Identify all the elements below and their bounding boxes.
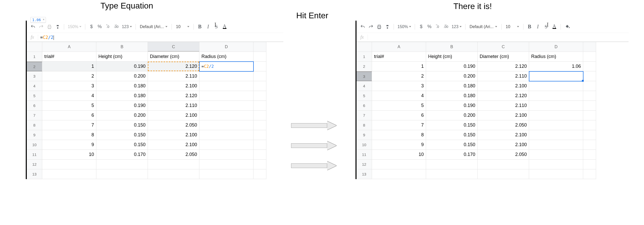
cell-A8[interactable]: 7 xyxy=(372,120,426,130)
cell-C13[interactable] xyxy=(148,169,199,179)
row-header-1[interactable]: 1 xyxy=(357,52,372,62)
cell-C5[interactable]: 2.120 xyxy=(478,91,529,101)
cell-C2[interactable]: 2.120 xyxy=(148,62,199,71)
undo-icon[interactable] xyxy=(359,23,366,31)
row-header-13[interactable]: 13 xyxy=(27,169,42,179)
cell-B13[interactable] xyxy=(96,169,148,179)
cell-D11[interactable] xyxy=(199,150,253,160)
dec-decimal-button[interactable]: ←.0 xyxy=(434,23,441,31)
redo-icon[interactable] xyxy=(38,23,45,31)
inc-decimal-button[interactable]: →.00 xyxy=(442,23,450,31)
redo-icon[interactable] xyxy=(367,23,375,31)
cell-A12[interactable] xyxy=(42,160,96,169)
cell-B12[interactable] xyxy=(96,160,148,169)
cell-C4[interactable]: 2.100 xyxy=(148,81,199,91)
row-header-7[interactable]: 7 xyxy=(27,111,42,120)
cell-C13[interactable] xyxy=(478,169,529,179)
formula-bar-input[interactable]: =C2/2 xyxy=(38,35,283,40)
cell-D4[interactable] xyxy=(199,81,253,91)
zoom-dropdown[interactable]: 150% xyxy=(67,24,82,29)
cell-C12[interactable] xyxy=(478,160,529,169)
cell-A4[interactable]: 3 xyxy=(372,81,426,91)
cell-D5[interactable] xyxy=(529,91,583,101)
paint-format-icon[interactable] xyxy=(54,23,61,31)
cell-C11[interactable]: 2.050 xyxy=(478,150,529,160)
format-percent-button[interactable]: % xyxy=(426,23,433,31)
number-format-dropdown[interactable]: 123 xyxy=(451,24,463,29)
row-header-12[interactable]: 12 xyxy=(27,160,42,169)
col-header-A[interactable]: A xyxy=(372,42,426,52)
inc-decimal-button[interactable]: →.00 xyxy=(113,23,120,31)
cell-C10[interactable]: 2.100 xyxy=(478,140,529,150)
cell-C11[interactable]: 2.050 xyxy=(148,150,199,160)
cell-D3[interactable] xyxy=(529,71,583,81)
cell-B2[interactable]: 0.190 xyxy=(426,62,478,71)
col-header-B[interactable]: B xyxy=(426,42,478,52)
row-header-4[interactable]: 4 xyxy=(27,81,42,91)
cell-B6[interactable]: 0.190 xyxy=(426,101,478,111)
cell-C6[interactable]: 2.110 xyxy=(148,101,199,111)
cell-B11[interactable]: 0.170 xyxy=(426,150,478,160)
col-header-D[interactable]: D xyxy=(199,42,253,52)
italic-button[interactable]: I xyxy=(534,23,541,31)
print-icon[interactable] xyxy=(376,23,383,31)
text-color-button[interactable]: A xyxy=(551,23,558,31)
cell-A10[interactable]: 9 xyxy=(42,140,96,150)
cell-B10[interactable]: 0.150 xyxy=(426,140,478,150)
cell-C2[interactable]: 2.120 xyxy=(478,62,529,71)
cell-A3[interactable]: 2 xyxy=(42,71,96,81)
cell-C7[interactable]: 2.100 xyxy=(478,111,529,120)
cell-B4[interactable]: 0.180 xyxy=(426,81,478,91)
cell-B9[interactable]: 0.150 xyxy=(426,130,478,140)
cell-A1[interactable]: trial# xyxy=(372,52,426,62)
cell-D1[interactable]: Radius (cm) xyxy=(199,52,253,62)
cell-D5[interactable] xyxy=(199,91,253,101)
spreadsheet-grid[interactable]: ABCD1trial#Height (cm)Diameter (cm)Radiu… xyxy=(357,42,629,179)
cell-D9[interactable] xyxy=(529,130,583,140)
cell-A6[interactable]: 5 xyxy=(42,101,96,111)
cell-B11[interactable]: 0.170 xyxy=(96,150,148,160)
cell-A11[interactable]: 10 xyxy=(42,150,96,160)
row-header-6[interactable]: 6 xyxy=(27,101,42,111)
cell-A1[interactable]: trial# xyxy=(42,52,96,62)
row-header-11[interactable]: 11 xyxy=(357,150,372,160)
bold-button[interactable]: B xyxy=(526,23,533,31)
fill-color-button[interactable] xyxy=(563,23,571,31)
cell-B1[interactable]: Height (cm) xyxy=(96,52,148,62)
row-header-4[interactable]: 4 xyxy=(357,81,372,91)
cell-A8[interactable]: 7 xyxy=(42,120,96,130)
cell-B3[interactable]: 0.200 xyxy=(96,71,148,81)
cell-D8[interactable] xyxy=(199,120,253,130)
row-header-2[interactable]: 2 xyxy=(27,62,42,71)
cell-D6[interactable] xyxy=(529,101,583,111)
format-currency-button[interactable]: $ xyxy=(88,23,95,31)
cell-B6[interactable]: 0.190 xyxy=(96,101,148,111)
cell-D11[interactable] xyxy=(529,150,583,160)
cell-B1[interactable]: Height (cm) xyxy=(426,52,478,62)
col-header-B[interactable]: B xyxy=(96,42,148,52)
chip-close-icon[interactable]: × xyxy=(43,18,45,21)
cell-D8[interactable] xyxy=(529,120,583,130)
cell-C1[interactable]: Diameter (cm) xyxy=(148,52,199,62)
cell-D3[interactable] xyxy=(199,71,253,81)
row-header-10[interactable]: 10 xyxy=(357,140,372,150)
cell-D7[interactable] xyxy=(199,111,253,120)
cell-A6[interactable]: 5 xyxy=(372,101,426,111)
cell-B8[interactable]: 0.150 xyxy=(426,120,478,130)
cell-B5[interactable]: 0.180 xyxy=(96,91,148,101)
cell-B4[interactable]: 0.180 xyxy=(96,81,148,91)
cell-C8[interactable]: 2.050 xyxy=(478,120,529,130)
cell-C10[interactable]: 2.100 xyxy=(148,140,199,150)
row-header-2[interactable]: 2 xyxy=(357,62,372,71)
cell-C9[interactable]: 2.100 xyxy=(478,130,529,140)
cell-A7[interactable]: 6 xyxy=(372,111,426,120)
cell-A7[interactable]: 6 xyxy=(42,111,96,120)
cell-D10[interactable] xyxy=(199,140,253,150)
row-header-5[interactable]: 5 xyxy=(27,91,42,101)
row-header-9[interactable]: 9 xyxy=(27,130,42,140)
cell-C3[interactable]: 2.110 xyxy=(478,71,529,81)
cell-C6[interactable]: 2.110 xyxy=(478,101,529,111)
cell-B3[interactable]: 0.200 xyxy=(426,71,478,81)
cell-D13[interactable] xyxy=(199,169,253,179)
cell-C8[interactable]: 2.050 xyxy=(148,120,199,130)
